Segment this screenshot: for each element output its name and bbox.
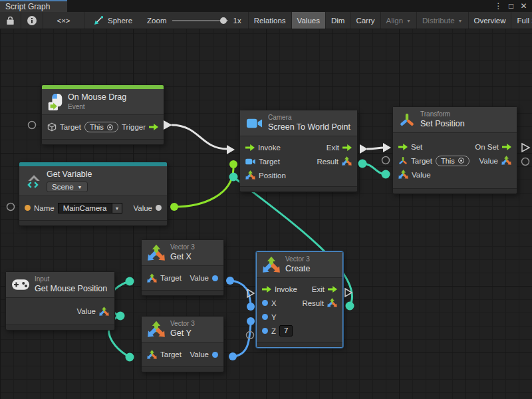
port-label-target: Target [411, 157, 432, 165]
variable-scope-dropdown[interactable]: Scene ▼ [47, 182, 88, 192]
flow-arrow-icon[interactable] [328, 286, 337, 293]
window-menu-icon[interactable]: ⋮ [493, 1, 504, 11]
port-label-value: Value [133, 204, 152, 212]
node-footer [142, 366, 223, 372]
full-screen-button[interactable]: Full Screen [511, 12, 532, 29]
distribute-dropdown[interactable]: Distribute▼ [416, 12, 468, 29]
window-controls: ⋮ □ ✕ [493, 0, 532, 12]
tab-script-graph[interactable]: Script Graph [0, 0, 67, 12]
port-label-target: Target [259, 158, 280, 166]
target-picker-icon[interactable] [458, 158, 464, 164]
port-label-value: Value [190, 274, 209, 282]
flow-arrow-icon[interactable] [398, 144, 408, 150]
port-label-target: Target [160, 274, 182, 282]
node-set-position[interactable]: Transform Set Position Set On Set Target [392, 106, 517, 194]
maximize-icon[interactable]: □ [505, 1, 517, 11]
graph-toolbar: <×> Sphere Zoom 1x Relations Values Dim … [0, 12, 532, 29]
code-view-button[interactable]: <×> [43, 12, 84, 29]
vector3-icon [148, 244, 165, 262]
float-port[interactable] [262, 328, 268, 334]
node-category: Transform [420, 110, 465, 119]
carry-button[interactable]: Carry [350, 12, 380, 29]
chevron-down-icon: ▼ [115, 206, 120, 211]
node-header: Vector 3 Create [257, 252, 342, 278]
node-footer [142, 290, 223, 295]
this-target-button[interactable]: This [436, 156, 469, 166]
port-label-position: Position [259, 172, 286, 180]
float-port[interactable] [262, 314, 268, 320]
node-category: Input [35, 275, 107, 284]
port-label-z: Z [271, 327, 276, 335]
flow-arrow-icon[interactable] [502, 144, 511, 150]
float-port[interactable] [212, 275, 218, 281]
port-label-target: Target [160, 350, 182, 358]
node-get-mouse-position[interactable]: Input Get Mouse Position Value [5, 271, 115, 331]
port-label-invoke: Invoke [275, 285, 297, 293]
zoom-slider-handle[interactable] [220, 17, 227, 24]
port-label-name: Name [34, 204, 55, 212]
info-button[interactable] [21, 12, 43, 29]
vector3-port-icon[interactable] [398, 170, 408, 180]
node-vector3-get-y[interactable]: Vector 3 Get Y Target Value [141, 316, 224, 372]
node-vector3-get-x[interactable]: Vector 3 Get X Target Value [141, 239, 224, 296]
object-port[interactable] [156, 205, 162, 211]
float-port[interactable] [212, 352, 218, 358]
node-title: Set Position [420, 119, 465, 130]
lock-button[interactable] [0, 12, 21, 29]
chevron-down-icon: ▼ [458, 19, 463, 23]
node-get-variable[interactable]: Get Variable Scene ▼ Name MainCamera ▼ [19, 162, 168, 226]
float-port[interactable] [262, 300, 268, 306]
vector3-port-icon[interactable] [327, 298, 337, 308]
info-icon [27, 16, 37, 25]
values-button[interactable]: Values [291, 12, 325, 29]
node-footer [393, 188, 517, 194]
port-label-target: Target [60, 123, 81, 131]
node-footer [6, 325, 114, 330]
flow-arrow-icon[interactable] [342, 144, 352, 151]
port-label-invoke: Invoke [258, 144, 281, 152]
port-label-value: Value [190, 350, 209, 358]
port-label-exit: Exit [327, 144, 339, 152]
graph-breadcrumb[interactable]: Sphere [84, 12, 140, 29]
port-label-result: Result [317, 158, 338, 166]
vector3-port-icon[interactable] [501, 156, 511, 166]
node-title: Get Variable [47, 170, 92, 180]
variable-name-field[interactable]: MainCamera ▼ [58, 203, 123, 213]
node-footer [240, 186, 357, 192]
port-label-value-in: Value [412, 171, 431, 179]
port-label-result: Result [302, 299, 324, 307]
node-header: Input Get Mouse Position [6, 272, 114, 298]
camera-port-icon[interactable] [245, 158, 255, 166]
node-screen-to-world-point[interactable]: Camera Screen To World Point Invoke Exit… [239, 110, 358, 192]
overview-button[interactable]: Overview [468, 12, 511, 29]
graph-name: Sphere [108, 17, 132, 25]
node-title: Create [285, 264, 311, 275]
align-dropdown[interactable]: Align▼ [380, 12, 417, 29]
node-on-mouse-drag[interactable]: On Mouse Drag Event Target This Trigger [41, 84, 164, 145]
relations-button[interactable]: Relations [248, 12, 291, 29]
port-label-y: Y [271, 313, 277, 321]
node-subtitle: Event [68, 103, 126, 112]
vector3-port-icon[interactable] [147, 273, 157, 283]
port-label-exit: Exit [312, 285, 325, 293]
flow-arrow-icon[interactable] [262, 286, 271, 293]
dim-button[interactable]: Dim [325, 12, 350, 29]
node-vector3-create[interactable]: Vector 3 Create Invoke Exit X [256, 251, 343, 348]
zoom-slider[interactable] [172, 17, 228, 25]
string-port[interactable] [25, 205, 31, 211]
code-icon: <×> [57, 17, 70, 25]
flow-arrow-icon[interactable] [245, 144, 255, 151]
transform-port-icon[interactable] [398, 156, 408, 165]
vector3-port-icon[interactable] [99, 307, 109, 317]
target-picker-icon[interactable] [107, 124, 113, 130]
vector3-port-icon[interactable] [342, 156, 352, 166]
flow-arrow-icon[interactable] [149, 124, 158, 130]
close-icon[interactable]: ✕ [518, 1, 529, 11]
tab-title: Script Graph [5, 2, 50, 11]
this-target-button[interactable]: This [84, 122, 118, 132]
node-footer [257, 342, 342, 347]
z-value-field[interactable]: 7 [279, 325, 293, 336]
vector3-port-icon[interactable] [245, 170, 255, 180]
vector3-port-icon[interactable] [147, 350, 157, 360]
camera-icon [246, 117, 263, 130]
